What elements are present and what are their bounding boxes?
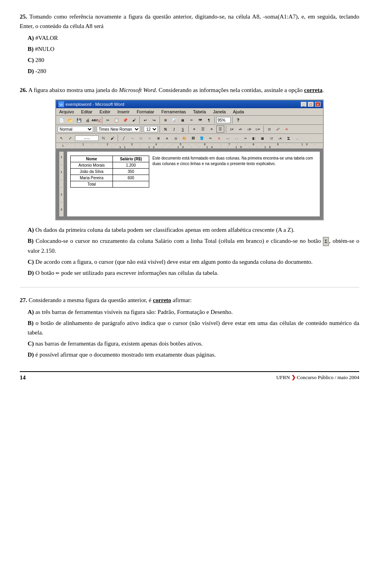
print-btn[interactable]: 🖨 <box>84 116 92 124</box>
diagram-btn[interactable]: ◎ <box>172 135 180 142</box>
style-select[interactable]: Normal <box>58 126 93 132</box>
help-btn[interactable]: ? <box>234 116 242 124</box>
line-color-btn[interactable]: ✏ <box>206 135 214 142</box>
arrow-style-btn[interactable]: ⇒ <box>241 135 249 142</box>
dash-style-btn[interactable]: - - <box>233 135 240 142</box>
arrow-btn[interactable]: → <box>128 135 136 142</box>
formatting-toolbar: Normal Times New Roman 12 N I S ≡ ☰ ≡ ☰ … <box>56 125 323 134</box>
decrease-indent-btn[interactable]: ◁≡ <box>245 126 253 133</box>
document-map-btn[interactable]: 🗺 <box>196 116 204 124</box>
textbox-btn[interactable]: ⊞ <box>154 135 162 142</box>
more-btn[interactable]: … <box>293 135 301 142</box>
save-btn[interactable]: 💾 <box>75 116 83 124</box>
table-header-row: Nome Salário (R$) <box>71 156 149 162</box>
q27-option-b: B) o botão de alinhamento de parágrafo a… <box>28 318 359 337</box>
q25-option-d-text: -280 <box>36 68 47 74</box>
table-cell-total-value <box>113 181 149 188</box>
show-hide-btn[interactable]: ¶ <box>205 116 213 124</box>
copy-btn[interactable]: 📋 <box>113 116 120 124</box>
line-style-btn[interactable]: — <box>224 135 232 142</box>
image-btn[interactable]: 🖼 <box>189 135 197 142</box>
q26-option-c: C) De acordo com a figura, o cursor (que… <box>28 257 359 267</box>
new-btn[interactable]: 📄 <box>58 116 66 124</box>
fmt-sep1 <box>95 126 95 133</box>
word-side-text: Este documento está formatado em duas co… <box>152 156 313 166</box>
size-select[interactable]: 12 <box>144 126 158 132</box>
footer-arrow: ❯ <box>291 374 297 380</box>
sort-desc-btn[interactable]: ↓A <box>276 135 284 142</box>
maximize-btn[interactable]: □ <box>308 102 313 107</box>
justify-btn[interactable]: ☰ <box>216 126 224 133</box>
highlight-btn[interactable]: 🖊 <box>274 126 282 133</box>
q27-option-c-text: nas barras de ferramentas da figura, exi… <box>36 340 203 347</box>
insert-excel-btn[interactable]: 📊 <box>170 116 178 124</box>
spellcheck-btn[interactable]: ABC✓ <box>92 116 100 124</box>
redo-btn[interactable]: ↪ <box>150 116 158 124</box>
sigma-toolbar-btn[interactable]: Σ <box>285 135 293 142</box>
q27-option-b-text: o botão de alinhamento de parágrafo ativ… <box>28 320 359 336</box>
bullets-btn[interactable]: •≡ <box>236 126 244 133</box>
zoom-input[interactable] <box>216 117 231 123</box>
table-row: João da Silva 350 <box>71 169 149 175</box>
q26-option-b-text1: Colocando-se o cursor no cruzamento da c… <box>36 238 323 244</box>
word-menubar: Arquivo Editar Exibir Inserir Formatar F… <box>56 108 323 116</box>
align-left-btn[interactable]: ≡ <box>190 126 198 133</box>
paste-btn[interactable]: 📌 <box>121 116 129 124</box>
align-right-btn[interactable]: ≡ <box>208 126 216 133</box>
menu-tabela[interactable]: Tabela <box>191 109 207 115</box>
font-color2-btn[interactable]: A <box>215 135 223 142</box>
q25-option-b-text: #NULO <box>35 46 54 52</box>
minimize-btn[interactable]: _ <box>301 102 306 107</box>
bold-btn[interactable]: N <box>161 126 169 133</box>
format-painter-btn[interactable]: 🖌 <box>130 116 138 124</box>
highlight2-btn[interactable]: 🖌 <box>108 135 116 142</box>
open-btn[interactable]: 📂 <box>66 116 74 124</box>
select-objects-btn[interactable]: ⤢ <box>66 135 74 142</box>
word-app-icon: W <box>58 101 64 107</box>
menu-janela[interactable]: Janela <box>212 109 227 115</box>
numbering-btn[interactable]: 1≡ <box>228 126 236 133</box>
fraction-btn[interactable]: ½ <box>99 135 107 142</box>
3d-btn[interactable]: ▦ <box>259 135 266 142</box>
cut-btn[interactable]: ✂ <box>104 116 112 124</box>
word-table: Nome Salário (R$) Antonio Morais 1.200 J… <box>70 156 149 188</box>
q27-intro-p2: afirmar: <box>171 297 192 303</box>
fmt-sep2 <box>142 126 142 133</box>
q26-intro-p1: A figura abaixo mostra uma janela do <box>28 87 119 93</box>
italic-btn[interactable]: I <box>170 126 178 133</box>
undo-btn[interactable]: ↩ <box>141 116 149 124</box>
drawing-btn[interactable]: ✏ <box>188 116 195 124</box>
menu-arquivo[interactable]: Arquivo <box>58 109 75 115</box>
table-row: Antonio Morais 1.200 <box>71 162 149 169</box>
close-btn[interactable]: ✕ <box>315 102 321 107</box>
shadow-btn[interactable]: ◧ <box>250 135 258 142</box>
increase-indent-btn[interactable]: ▷≡ <box>254 126 262 133</box>
insert-table-btn[interactable]: ⊞ <box>161 116 169 124</box>
wordart-btn[interactable]: A <box>163 135 171 142</box>
q26-intro-end: . <box>323 87 324 93</box>
oval-btn[interactable]: ○ <box>146 135 154 142</box>
sort-asc-btn[interactable]: ↑Z <box>267 135 275 142</box>
font-select[interactable]: Times New Roman <box>97 126 140 132</box>
draw-arrow-btn[interactable]: ↖ <box>58 135 66 142</box>
columns-btn[interactable]: ▦ <box>179 116 187 124</box>
menu-editar[interactable]: Editar <box>79 109 94 115</box>
fill-color-btn[interactable]: 🪣 <box>198 135 206 142</box>
q27-option-d-text: é possível afirmar que o documento mostr… <box>36 351 216 358</box>
menu-inserir[interactable]: Inserir <box>116 109 131 115</box>
menu-ajuda[interactable]: Ajuda <box>231 109 246 115</box>
font-color-btn[interactable]: A <box>283 126 291 133</box>
question-25: 25. Tomando como referência novamente a … <box>20 12 359 76</box>
outside-border-btn[interactable]: ⊡ <box>265 126 273 133</box>
underline-btn[interactable]: S <box>179 126 187 133</box>
clipart-btn[interactable]: 🎨 <box>180 135 188 142</box>
menu-ferramentas[interactable]: Ferramentas <box>160 109 188 115</box>
menu-exibir[interactable]: Exibir <box>98 109 112 115</box>
line-btn[interactable]: ╱ <box>120 135 128 142</box>
rect-btn[interactable]: □ <box>137 135 145 142</box>
q26-option-d-text1: O botão <box>36 270 56 276</box>
table-cell: 350 <box>113 169 149 175</box>
fmt-sep5 <box>226 126 226 133</box>
align-center-btn[interactable]: ☰ <box>199 126 207 133</box>
menu-formatar[interactable]: Formatar <box>135 109 156 115</box>
